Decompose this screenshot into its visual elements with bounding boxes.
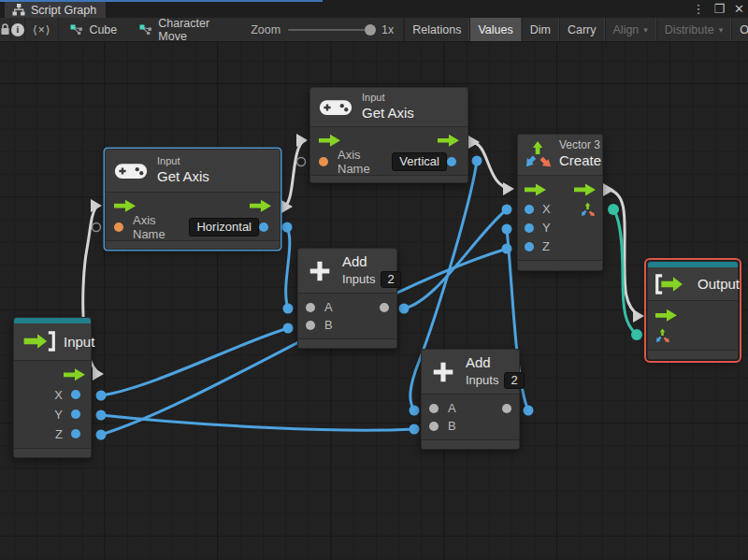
window-maximize-icon[interactable]: ❐ bbox=[713, 0, 725, 18]
inputs-count-field[interactable]: 2 bbox=[504, 372, 524, 389]
node-footer bbox=[106, 240, 280, 249]
control-in-port[interactable] bbox=[655, 309, 677, 322]
node-title: Get Axis bbox=[362, 105, 414, 122]
node-add-2[interactable]: Add Inputs 2 A B bbox=[421, 349, 520, 450]
node-subtitle: Vector 3 bbox=[559, 138, 601, 152]
graph-node-icon bbox=[139, 24, 152, 35]
tab-title: Script Graph bbox=[31, 4, 96, 17]
node-footer bbox=[648, 350, 738, 359]
info-button[interactable]: i bbox=[11, 18, 25, 41]
window-menu-icon[interactable]: ⋮ bbox=[692, 0, 704, 18]
menu-distribute[interactable]: Distribute ▾ bbox=[656, 18, 731, 41]
zoom-slider-handle[interactable] bbox=[365, 24, 376, 36]
toggle-dim[interactable]: Dim bbox=[522, 18, 559, 41]
input-b-port[interactable] bbox=[429, 422, 439, 431]
graph-node-icon bbox=[70, 24, 83, 35]
menu-align[interactable]: Align ▾ bbox=[605, 18, 656, 41]
x-out-port[interactable] bbox=[71, 390, 80, 399]
control-in-port[interactable] bbox=[525, 183, 546, 195]
edit-source-button[interactable]: ⟨×⟩ bbox=[25, 18, 59, 41]
node-header[interactable]: Add Inputs 2 bbox=[422, 350, 519, 394]
node-title: Create bbox=[559, 152, 601, 170]
node-header[interactable]: Add Inputs 2 bbox=[298, 249, 396, 293]
vector3-icon bbox=[525, 140, 553, 168]
port-b-label: B bbox=[448, 419, 456, 433]
port-a-label: A bbox=[324, 300, 333, 314]
input-unit-icon bbox=[21, 330, 56, 352]
port-x-label: X bbox=[54, 388, 63, 402]
port-y-label: Y bbox=[54, 408, 63, 422]
node-graph-output[interactable]: Output bbox=[647, 261, 739, 360]
control-out-port[interactable] bbox=[438, 135, 459, 147]
axis-name-label: Axis Name bbox=[133, 213, 181, 241]
control-in-port[interactable] bbox=[319, 135, 340, 147]
control-in-port[interactable] bbox=[114, 200, 136, 212]
inputs-label: Inputs bbox=[342, 272, 375, 287]
value-out-port[interactable] bbox=[259, 223, 268, 232]
vector3-in-port[interactable] bbox=[655, 328, 670, 343]
node-header[interactable]: Input Get Axis bbox=[310, 88, 468, 126]
node-header[interactable]: Output bbox=[648, 267, 738, 301]
inputs-count-field[interactable]: 2 bbox=[381, 271, 400, 288]
caret-down-icon: ▾ bbox=[643, 25, 648, 35]
value-out-port[interactable] bbox=[447, 157, 456, 166]
axis-name-port[interactable] bbox=[114, 223, 123, 232]
toggle-carry[interactable]: Carry bbox=[559, 18, 605, 41]
tab-script-graph[interactable]: Script Graph bbox=[5, 2, 106, 18]
axis-name-value-field[interactable]: Vertical bbox=[392, 152, 447, 171]
port-z-label: Z bbox=[542, 239, 550, 253]
window-close-icon[interactable]: ✕ bbox=[734, 0, 744, 18]
port-z-label: Z bbox=[55, 427, 63, 441]
node-footer bbox=[298, 338, 396, 348]
breadcrumb-label: Character Move bbox=[158, 17, 209, 43]
breadcrumb-character-move[interactable]: Character Move bbox=[128, 18, 221, 41]
zoom-label: Zoom bbox=[251, 23, 280, 36]
graph-toolbar: i ⟨×⟩ Cube Character Move Zoom bbox=[0, 18, 748, 42]
input-a-port[interactable] bbox=[429, 404, 439, 413]
z-in-port[interactable] bbox=[525, 242, 534, 251]
control-out-port[interactable] bbox=[574, 183, 596, 195]
breadcrumb-cube[interactable]: Cube bbox=[59, 18, 128, 41]
node-footer bbox=[422, 439, 519, 449]
vector3-out-port[interactable] bbox=[581, 202, 596, 217]
plus-icon bbox=[430, 359, 456, 385]
node-add-1[interactable]: Add Inputs 2 A B bbox=[297, 248, 397, 349]
view-toggle-group: Relations Values Dim Carry Align ▾ Distr… bbox=[404, 18, 748, 41]
port-b-label: B bbox=[324, 318, 333, 332]
axis-name-port[interactable] bbox=[319, 157, 328, 166]
node-getaxis-horizontal[interactable]: Input Get Axis Axis Name Horizontal bbox=[105, 149, 280, 250]
x-in-port[interactable] bbox=[525, 205, 534, 214]
node-header[interactable]: Input bbox=[14, 323, 91, 360]
sum-out-port[interactable] bbox=[380, 303, 389, 312]
node-title: Add bbox=[342, 253, 401, 271]
breadcrumb-label: Cube bbox=[89, 23, 117, 36]
axis-name-value-field[interactable]: Horizontal bbox=[189, 218, 259, 237]
node-subtitle: Input bbox=[362, 92, 414, 105]
node-vector3-create[interactable]: Vector 3 Create X Y bbox=[517, 134, 603, 271]
toggle-relations[interactable]: Relations bbox=[404, 18, 469, 41]
lock-button[interactable] bbox=[0, 18, 11, 41]
z-out-port[interactable] bbox=[71, 429, 80, 438]
toggle-overview[interactable]: Overview bbox=[731, 18, 748, 41]
sum-out-port[interactable] bbox=[502, 404, 511, 413]
control-out-port[interactable] bbox=[64, 368, 85, 381]
zoom-slider[interactable] bbox=[288, 29, 374, 31]
lock-icon bbox=[0, 23, 10, 36]
node-footer bbox=[518, 260, 602, 270]
toggle-values[interactable]: Values bbox=[469, 18, 521, 41]
port-a-label: A bbox=[448, 401, 456, 415]
control-out-port[interactable] bbox=[250, 200, 271, 212]
input-a-port[interactable] bbox=[306, 303, 315, 312]
node-footer bbox=[14, 448, 91, 457]
node-header[interactable]: Vector 3 Create bbox=[518, 135, 602, 175]
node-title: Input bbox=[64, 334, 94, 350]
node-header[interactable]: Input Get Axis bbox=[106, 150, 280, 192]
node-getaxis-vertical[interactable]: Input Get Axis Axis Name Vertical bbox=[309, 87, 468, 183]
y-out-port[interactable] bbox=[71, 409, 80, 419]
input-b-port[interactable] bbox=[306, 321, 315, 330]
node-subtitle: Input bbox=[157, 155, 209, 168]
y-in-port[interactable] bbox=[525, 223, 534, 233]
graph-hierarchy-icon bbox=[12, 4, 25, 16]
caret-down-icon: ▾ bbox=[719, 25, 724, 35]
node-graph-input[interactable]: Input X Y Z bbox=[13, 317, 92, 458]
